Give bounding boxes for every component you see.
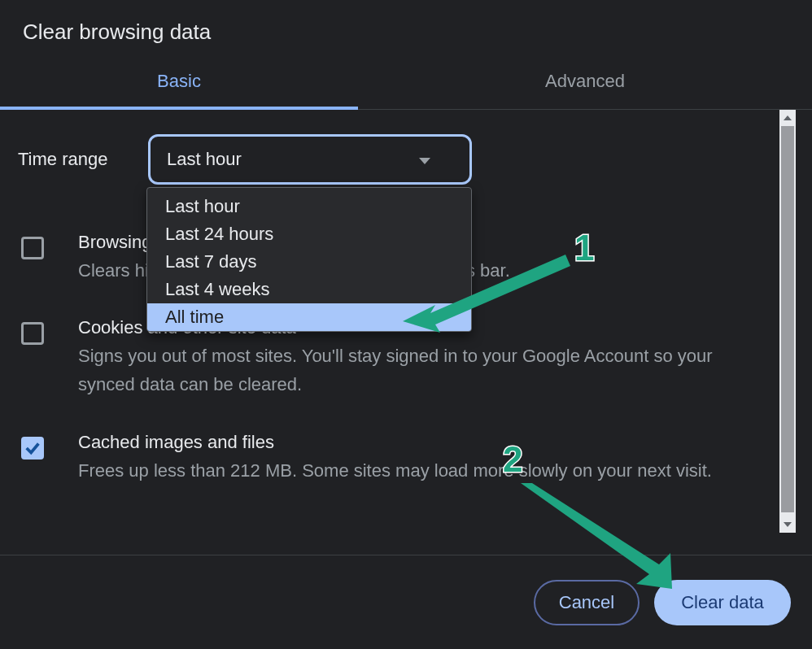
dialog-title: Clear browsing data	[0, 0, 812, 59]
annotation-arrow-2	[521, 483, 683, 597]
time-range-row: Time range Last hour	[0, 110, 796, 185]
time-range-selected-value: Last hour	[167, 149, 242, 170]
annotation-arrow-1	[403, 248, 582, 338]
dropdown-option-last-24-hours[interactable]: Last 24 hours	[147, 220, 471, 248]
dialog-tabs: Basic Advanced	[0, 59, 812, 110]
chevron-down-icon	[784, 522, 792, 527]
annotation-number-1: 1	[574, 228, 594, 268]
time-range-label: Time range	[18, 149, 148, 170]
time-range-select[interactable]: Last hour	[148, 134, 472, 185]
checkmark-icon	[24, 439, 41, 457]
caret-down-icon	[419, 158, 430, 164]
tab-basic[interactable]: Basic	[0, 59, 358, 110]
dropdown-option-last-hour[interactable]: Last hour	[147, 193, 471, 220]
checkbox-cached[interactable]	[21, 437, 44, 460]
checkbox-cookies[interactable]	[21, 322, 44, 345]
option-desc: Signs you out of most sites. You'll stay…	[78, 342, 763, 399]
clear-browsing-data-dialog: Clear browsing data Basic Advanced Time …	[0, 0, 812, 649]
checkbox-browsing-history[interactable]	[21, 237, 44, 259]
option-cached: Cached images and files Frees up less th…	[0, 432, 796, 485]
svg-marker-1	[521, 483, 672, 589]
option-title: Cached images and files	[78, 432, 712, 453]
chevron-up-icon	[784, 115, 792, 120]
svg-marker-0	[403, 255, 570, 333]
dialog-content: Time range Last hour Last hour Last 24 h…	[0, 110, 796, 533]
dialog-footer: Cancel Clear data	[0, 555, 812, 649]
scrollbar-track[interactable]	[779, 110, 796, 533]
tab-advanced[interactable]: Advanced	[358, 59, 812, 109]
scrollbar-down-button[interactable]	[779, 516, 796, 533]
option-desc: Frees up less than 212 MB. Some sites ma…	[78, 456, 712, 485]
scrollbar-thumb[interactable]	[781, 126, 794, 512]
annotation-number-2: 2	[503, 439, 522, 480]
scrollbar-up-button[interactable]	[779, 110, 796, 126]
